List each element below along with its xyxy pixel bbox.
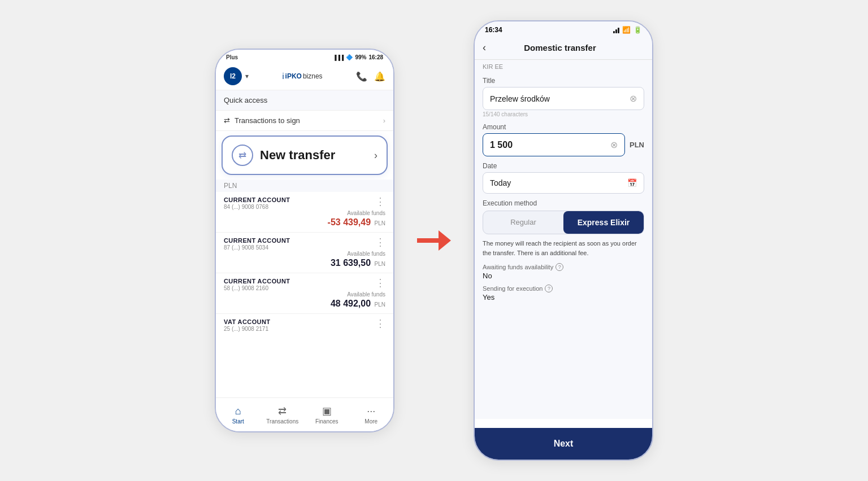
- transactions-icon: ⇄: [224, 116, 230, 125]
- transactions-label: Transactions to sign: [235, 116, 300, 125]
- nav-label-transactions: Transactions: [266, 418, 298, 425]
- regular-button[interactable]: Regular: [483, 211, 563, 234]
- more-options-icon[interactable]: ⋮: [375, 318, 385, 329]
- sending-execution-value: Yes: [483, 293, 644, 301]
- nav-label-more: More: [364, 418, 377, 425]
- account-name: CURRENT ACCOUNT: [224, 196, 290, 203]
- bottom-nav: ⌂ Start ⇄ Transactions ▣ Finances ··· Mo…: [216, 397, 393, 431]
- signal-icon: ▐▐▐: [333, 55, 344, 60]
- nav-label-start: Start: [232, 418, 244, 425]
- chevron-right-icon: ›: [383, 116, 385, 125]
- transactions-row[interactable]: ⇄ Transactions to sign ›: [216, 111, 393, 131]
- clear-amount-icon[interactable]: ⊗: [610, 139, 618, 150]
- amount-row: ⊗ PLN: [483, 133, 644, 156]
- date-input-field[interactable]: Today 📅: [483, 172, 644, 194]
- account-amount: 48 492,00 PLN: [224, 299, 385, 309]
- calendar-icon: 📅: [627, 178, 637, 187]
- funds-label: Available funds: [224, 291, 385, 298]
- sending-execution-help-icon[interactable]: ?: [545, 285, 553, 292]
- new-transfer-left: ⇄ New transfer: [232, 145, 335, 166]
- account-number: 84 (...) 9008 0768: [224, 204, 290, 210]
- vat-account-row[interactable]: VAT ACCOUNT 25 (...) 9008 2171 ⋮: [216, 314, 393, 336]
- chevron-down-icon[interactable]: ▾: [245, 72, 249, 80]
- transfer-icon: ⇄: [232, 145, 253, 166]
- awaiting-funds-help-icon[interactable]: ?: [555, 263, 563, 271]
- form-content: KIR EE Title ⊗ 15/140 characters Amount …: [475, 60, 652, 419]
- nav-item-more[interactable]: ··· More: [349, 405, 394, 425]
- more-options-icon[interactable]: ⋮: [375, 196, 385, 207]
- new-transfer-row[interactable]: ⇄ New transfer ›: [222, 135, 388, 175]
- table-row[interactable]: CURRENT ACCOUNT 58 (...) 9008 2160 ⋮ Ava…: [216, 273, 393, 314]
- account-amount: 31 639,50 PLN: [224, 258, 385, 268]
- finances-icon: ▣: [322, 405, 332, 417]
- ipko-logo: i iPKO biznes: [282, 72, 322, 81]
- app-header: I2 ▾ i iPKO biznes 📞 🔔: [216, 63, 393, 90]
- account-name: CURRENT ACCOUNT: [224, 237, 290, 244]
- title-field-label: Title: [483, 77, 644, 85]
- funds-label: Available funds: [224, 210, 385, 216]
- more-options-icon[interactable]: ⋮: [375, 237, 385, 247]
- quick-access: Quick access: [216, 90, 393, 111]
- vat-account-number: 25 (...) 9008 2171: [224, 326, 270, 332]
- battery-label: 99%: [355, 54, 366, 60]
- title-input-field[interactable]: ⊗: [483, 87, 644, 110]
- date-field-label: Date: [483, 162, 644, 170]
- phone-icon[interactable]: 📞: [356, 71, 367, 82]
- account-name: CURRENT ACCOUNT: [224, 278, 290, 285]
- amount-field-label: Amount: [483, 123, 644, 131]
- clear-title-icon[interactable]: ⊗: [630, 93, 637, 104]
- left-phone: Plus ▐▐▐ 🔷 99% 16:28 I2 ▾ i iPKO biznes …: [215, 49, 394, 432]
- right-phone: 16:34 📶 🔋 ‹ Domestic transfer KIR EE: [474, 20, 653, 461]
- transactions-nav-icon: ⇄: [278, 405, 287, 417]
- battery-icon: 🔋: [633, 26, 642, 34]
- bell-icon[interactable]: 🔔: [374, 71, 385, 82]
- right-time: 16:34: [485, 26, 502, 34]
- nav-item-start[interactable]: ⌂ Start: [216, 405, 261, 425]
- kir-label: KIR EE: [475, 60, 652, 71]
- new-transfer-label: New transfer: [260, 148, 335, 163]
- nav-item-transactions[interactable]: ⇄ Transactions: [261, 405, 305, 425]
- carrier-label: Plus: [226, 54, 238, 60]
- info-text: The money will reach the recipient as so…: [475, 234, 652, 261]
- header-icons: 📞 🔔: [356, 71, 385, 82]
- account-number: 58 (...) 9008 2160: [224, 285, 290, 291]
- execution-method-label: Execution method: [483, 199, 644, 207]
- pln-label: PLN: [216, 180, 393, 192]
- bluetooth-icon: 🔷: [346, 54, 353, 60]
- form-section: Title ⊗ 15/140 characters Amount ⊗ PLN D…: [475, 77, 652, 234]
- account-amount: -53 439,49 PLN: [224, 217, 385, 228]
- home-icon: ⌂: [235, 405, 241, 417]
- back-button[interactable]: ‹: [483, 42, 486, 54]
- avatar[interactable]: I2: [224, 67, 242, 85]
- sending-execution-row: Sending for execution ? Yes: [475, 282, 652, 304]
- amount-input-field[interactable]: ⊗: [483, 133, 625, 156]
- awaiting-funds-value: No: [483, 272, 644, 280]
- amount-input[interactable]: [490, 140, 610, 150]
- date-value: Today: [490, 178, 511, 187]
- nav-item-finances[interactable]: ▣ Finances: [305, 405, 349, 425]
- express-elixir-button[interactable]: Express Elixir: [563, 211, 644, 234]
- more-options-icon[interactable]: ⋮: [375, 278, 385, 288]
- right-header: ‹ Domestic transfer: [475, 36, 652, 60]
- right-status-bar: 16:34 📶 🔋: [475, 21, 652, 36]
- vat-account-name: VAT ACCOUNT: [224, 318, 270, 325]
- next-button[interactable]: Next: [475, 428, 652, 460]
- awaiting-funds-row: Awaiting funds availability ? No: [475, 261, 652, 282]
- awaiting-funds-label: Awaiting funds availability: [483, 264, 553, 270]
- account-number: 87 (...) 9008 5034: [224, 244, 290, 251]
- table-row[interactable]: CURRENT ACCOUNT 87 (...) 9008 5034 ⋮ Ava…: [216, 233, 393, 273]
- signal-icon: [613, 27, 619, 33]
- new-transfer-chevron-icon: ›: [374, 150, 377, 161]
- currency-label: PLN: [630, 141, 644, 149]
- left-status-bar: Plus ▐▐▐ 🔷 99% 16:28: [216, 50, 393, 63]
- title-input[interactable]: [490, 94, 630, 103]
- page-title: Domestic transfer: [493, 43, 627, 53]
- app-header-left: I2 ▾: [224, 67, 249, 85]
- status-icons: ▐▐▐ 🔷 99% 16:28: [333, 54, 383, 60]
- time-label: 16:28: [368, 54, 383, 60]
- nav-label-finances: Finances: [315, 418, 338, 425]
- table-row[interactable]: CURRENT ACCOUNT 84 (...) 9008 0768 ⋮ Ava…: [216, 192, 393, 233]
- right-arrow-icon: [417, 229, 451, 252]
- execution-toggle: Regular Express Elixir: [483, 211, 644, 234]
- transactions-row-left: ⇄ Transactions to sign: [224, 116, 300, 125]
